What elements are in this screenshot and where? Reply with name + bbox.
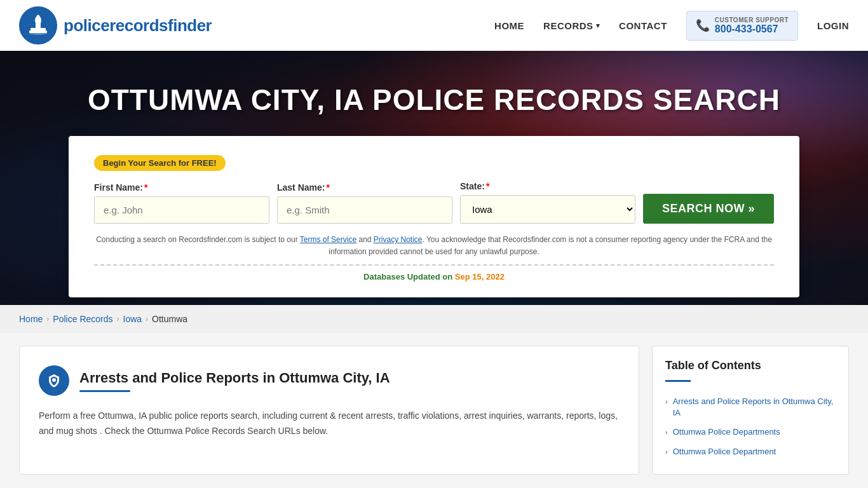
required-star-2: *: [326, 182, 329, 193]
toc-item-0[interactable]: › Arrests and Police Reports in Ottumwa …: [665, 392, 836, 423]
content-area: Arrests and Police Reports in Ottumwa Ci…: [0, 333, 868, 487]
breadcrumb: Home › Police Records › Iowa › Ottumwa: [0, 305, 868, 333]
main-content: Arrests and Police Reports in Ottumwa Ci…: [19, 346, 639, 475]
last-name-field-group: Last Name:*: [277, 182, 452, 224]
db-updated: Databases Updated on Sep 15, 2022: [94, 272, 774, 281]
toc-item-2[interactable]: › Ottumwa Police Department: [665, 442, 836, 461]
hero-section: OTTUMWA CITY, IA POLICE RECORDS SEARCH B…: [0, 51, 868, 305]
last-name-input[interactable]: [277, 196, 452, 224]
svg-rect-5: [32, 28, 33, 30]
logo-text: policerecordsfinder: [64, 16, 212, 36]
required-star-3: *: [486, 181, 489, 191]
nav-records-label: RECORDS: [543, 20, 593, 31]
divider: [94, 264, 774, 266]
badge-icon: [39, 365, 69, 396]
logo[interactable]: policerecordsfinder: [19, 6, 212, 44]
toc-label-1: Ottumwa Police Departments: [673, 426, 780, 438]
breadcrumb-sep-3: ›: [146, 315, 148, 323]
customer-support[interactable]: 📞 CUSTOMER SUPPORT 800-433-0567: [686, 11, 798, 41]
svg-rect-9: [42, 28, 43, 30]
toc-label-0: Arrests and Police Reports in Ottumwa Ci…: [673, 396, 836, 419]
logo-bold: finder: [168, 16, 212, 35]
svg-rect-6: [34, 28, 36, 30]
toc-divider: [665, 380, 691, 382]
search-card: Begin Your Search for FREE! First Name:*…: [69, 136, 799, 297]
chevron-down-icon: ▾: [596, 22, 600, 30]
svg-rect-1: [29, 30, 47, 33]
support-text: CUSTOMER SUPPORT 800-433-0567: [715, 17, 789, 35]
privacy-link[interactable]: Privacy Notice: [374, 235, 423, 244]
nav-home[interactable]: HOME: [494, 20, 524, 31]
last-name-label: Last Name:*: [277, 182, 452, 193]
breadcrumb-sep-1: ›: [46, 315, 49, 323]
article-title-area: Arrests and Police Reports in Ottumwa Ci…: [79, 370, 390, 392]
capitol-icon: [27, 14, 50, 37]
sidebar-toc: Table of Contents › Arrests and Police R…: [652, 346, 849, 475]
state-field-group: State:* Iowa Alabama Alaska Arizona Arka…: [460, 181, 635, 224]
breadcrumb-current: Ottumwa: [152, 314, 187, 324]
hero-title: OTTUMWA CITY, IA POLICE RECORDS SEARCH: [75, 83, 793, 117]
first-name-label: First Name:*: [94, 182, 269, 193]
svg-point-10: [37, 15, 40, 18]
phone-icon: 📞: [696, 18, 710, 32]
login-button[interactable]: LOGIN: [817, 20, 849, 31]
breadcrumb-home[interactable]: Home: [19, 314, 43, 324]
terms-link[interactable]: Terms of Service: [300, 235, 356, 244]
support-phone: 800-433-0567: [715, 24, 789, 35]
toc-item-1[interactable]: › Ottumwa Police Departments: [665, 423, 836, 442]
site-header: policerecordsfinder HOME RECORDS ▾ CONTA…: [0, 0, 868, 51]
nav-records[interactable]: RECORDS ▾: [543, 20, 600, 31]
toc-title: Table of Contents: [665, 359, 836, 372]
title-underline: [79, 390, 130, 392]
db-updated-label: Databases Updated on: [363, 272, 455, 281]
nav-contact[interactable]: CONTACT: [619, 20, 667, 31]
article-header: Arrests and Police Reports in Ottumwa Ci…: [39, 365, 620, 396]
disclaimer-text: Conducting a search on Recordsfinder.com…: [94, 234, 774, 258]
state-select[interactable]: Iowa Alabama Alaska Arizona Arkansas Cal…: [460, 195, 635, 224]
main-nav: HOME RECORDS ▾ CONTACT 📞 CUSTOMER SUPPOR…: [494, 11, 849, 41]
svg-rect-8: [39, 28, 41, 30]
article-title: Arrests and Police Reports in Ottumwa Ci…: [79, 370, 390, 386]
required-star: *: [144, 182, 147, 193]
svg-rect-7: [37, 28, 38, 30]
logo-regular: policerecords: [64, 16, 168, 35]
state-label: State:*: [460, 181, 635, 191]
logo-icon: [19, 6, 57, 44]
free-badge: Begin Your Search for FREE!: [94, 155, 226, 171]
svg-point-11: [52, 378, 56, 382]
toc-chevron-2: ›: [665, 447, 668, 457]
first-name-input[interactable]: [94, 196, 269, 224]
db-updated-date: Sep 15, 2022: [455, 272, 505, 281]
breadcrumb-police-records[interactable]: Police Records: [53, 314, 112, 324]
toc-label-2: Ottumwa Police Department: [673, 446, 776, 458]
toc-chevron-1: ›: [665, 428, 668, 437]
toc-chevron-0: ›: [665, 397, 668, 407]
first-name-field-group: First Name:*: [94, 182, 269, 224]
search-button[interactable]: SEARCH NOW »: [643, 194, 774, 224]
article-body: Perform a free Ottumwa, IA public police…: [39, 409, 620, 439]
shield-badge-icon: [46, 373, 62, 388]
search-fields: First Name:* Last Name:* State:* Iowa Al…: [94, 181, 774, 224]
breadcrumb-iowa[interactable]: Iowa: [123, 314, 142, 324]
support-label: CUSTOMER SUPPORT: [715, 17, 789, 24]
breadcrumb-sep-2: ›: [117, 315, 119, 323]
